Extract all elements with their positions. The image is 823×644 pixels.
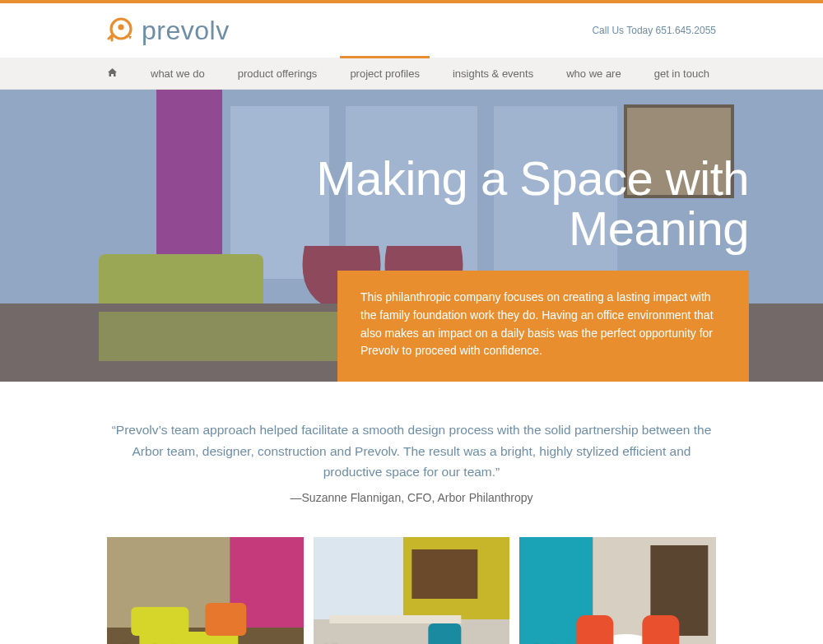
nav-who-we-are[interactable]: who we are <box>566 58 621 89</box>
svg-rect-19 <box>205 603 246 636</box>
svg-point-1 <box>118 24 123 30</box>
nav-what-we-do[interactable]: what we do <box>151 58 205 89</box>
nav-home[interactable] <box>107 58 118 89</box>
hero-description-box: This philanthropic company focuses on cr… <box>337 271 749 382</box>
tile-image <box>107 537 304 644</box>
main-nav: what we do product offerings project pro… <box>0 58 823 90</box>
phone-number[interactable]: 651.645.2055 <box>656 25 716 36</box>
nav-project-profiles[interactable]: project profiles <box>350 58 420 89</box>
hero-section: Making a Space with Meaning This philant… <box>0 90 823 382</box>
gallery-row: Comfort View Quiet <box>0 529 823 644</box>
gallery-tile-comfort[interactable]: Comfort <box>107 537 304 644</box>
hero-description-text: This philanthropic company focuses on cr… <box>360 290 714 357</box>
nav-product-offerings[interactable]: product offerings <box>238 58 318 89</box>
tile-image <box>314 537 510 644</box>
testimonial-quote: “Prevolv’s team approach helped facilita… <box>107 419 716 483</box>
hero-title: Making a Space with Meaning <box>316 154 749 254</box>
svg-rect-18 <box>131 607 188 636</box>
nav-insights-events[interactable]: insights & events <box>453 58 533 89</box>
svg-rect-20 <box>314 537 403 619</box>
svg-rect-31 <box>643 615 680 644</box>
svg-rect-22 <box>412 549 477 599</box>
testimonial-attribution: —Suzanne Flannigan, CFO, Arbor Philanthr… <box>107 491 716 504</box>
gallery-tile-quiet[interactable]: Quiet <box>519 537 716 644</box>
svg-rect-30 <box>577 615 614 644</box>
tile-image <box>519 537 716 644</box>
call-us-text: Call Us Today 651.645.2055 <box>592 25 716 36</box>
logo-mark-icon <box>107 15 135 46</box>
svg-rect-24 <box>329 615 461 623</box>
testimonial-section: “Prevolv’s team approach helped facilita… <box>0 382 823 529</box>
brand-logo[interactable]: prevolv <box>107 15 230 46</box>
svg-rect-25 <box>428 623 461 644</box>
site-header: prevolv Call Us Today 651.645.2055 <box>0 3 823 58</box>
home-icon <box>107 67 118 80</box>
brand-name: prevolv <box>142 16 230 46</box>
gallery-tile-view[interactable]: View <box>314 537 510 644</box>
nav-get-in-touch[interactable]: get in touch <box>654 58 709 89</box>
